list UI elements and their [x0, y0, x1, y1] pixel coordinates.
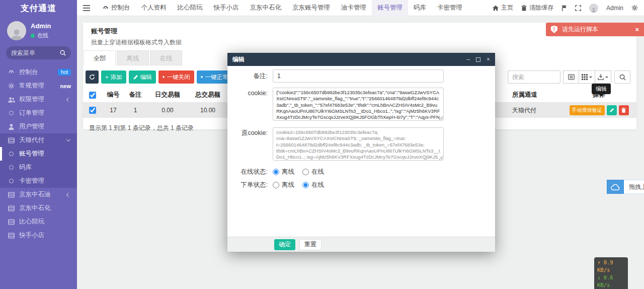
sidebar-item-general[interactable]: 常规管理 new — [0, 79, 77, 93]
nav-item-kuaishou[interactable]: 快手小店 — [208, 0, 245, 16]
sidebar-item-kuaishou[interactable]: 快手小店 — [0, 229, 77, 242]
table-icon — [8, 205, 15, 211]
sidebar-item-label: 控制台 — [19, 68, 38, 77]
topbar-username[interactable]: Admin — [606, 5, 623, 12]
reset-button[interactable]: 重置 — [299, 239, 321, 250]
hamburger-menu-icon[interactable] — [83, 5, 90, 11]
column-header-total[interactable]: 总交易额 — [188, 91, 228, 99]
nav-item-label: 卡密管理 — [437, 4, 462, 12]
column-header-id[interactable]: 编号 — [103, 91, 123, 99]
maximize-icon[interactable] — [476, 57, 480, 62]
row-delete-button[interactable] — [619, 105, 629, 115]
radio-online[interactable] — [302, 169, 309, 175]
sidebar-item-cardkey[interactable]: 卡密管理 — [0, 174, 77, 188]
edit-button[interactable]: 编辑 — [129, 70, 156, 84]
online-status-offline-option[interactable]: 离线 — [273, 168, 294, 176]
manual-slider-verify-button[interactable]: 手动滑块验证 — [570, 105, 605, 115]
sidebar-item-permission[interactable]: 权限管理 — [0, 93, 77, 106]
top-nav: 控制台 个人资料 比心陪玩 快手小店 京东中石化 京东账号管理 油卡管理 账号管… — [97, 0, 468, 16]
column-header-daily[interactable]: 日交易额 — [147, 91, 188, 99]
chevron-left-icon — [66, 97, 70, 101]
sidebar-item-tmall-pay[interactable]: 天猫代付 — [0, 133, 77, 147]
select-all-checkbox[interactable] — [89, 92, 96, 99]
table-search-input[interactable] — [508, 70, 560, 84]
search-button[interactable] — [614, 70, 630, 84]
pagination-toggle-button[interactable] — [563, 70, 579, 84]
table-icon — [8, 137, 15, 143]
nav-item-fuelcard[interactable]: 油卡管理 — [336, 0, 372, 16]
sidebar-item-codebank[interactable]: 码库 — [0, 161, 77, 174]
nav-item-codebank[interactable]: 码库 — [408, 0, 432, 16]
circle-icon — [8, 179, 15, 183]
column-header-note[interactable]: 备注 — [123, 91, 147, 99]
radio-offline[interactable] — [273, 182, 279, 188]
nav-item-bixin[interactable]: 比心陪玩 — [172, 0, 208, 16]
sidebar-search[interactable] — [6, 46, 71, 59]
dot-icon: ● — [163, 75, 165, 79]
cell-channel: 天猫代付 — [512, 106, 568, 115]
cookie-textarea[interactable]: {"cookie2":"156c6507db992be3f123035c3efe… — [273, 88, 444, 121]
online-status-online-option[interactable]: 在线 — [302, 168, 324, 176]
up-arrow-icon: ↑ — [597, 259, 600, 265]
cogs-icon — [8, 83, 15, 89]
sidebar-item-label: 卡密管理 — [19, 177, 44, 185]
sidebar-item-user[interactable]: 用户管理 — [0, 120, 77, 133]
tab-offline[interactable]: 离线 — [117, 50, 149, 65]
raw-cookie-field-row: 原cookie: cookie2=156c6507db992be3f123035… — [227, 127, 495, 162]
note-input[interactable] — [273, 69, 444, 83]
export-button[interactable] — [595, 70, 611, 84]
fullscreen-icon[interactable] — [575, 5, 581, 11]
radio-online[interactable] — [302, 182, 309, 188]
nav-item-console[interactable]: 控制台 — [97, 0, 136, 16]
avatar[interactable] — [589, 4, 598, 13]
circle-icon — [8, 165, 15, 170]
order-status-online-option[interactable]: 在线 — [302, 181, 324, 189]
order-status-offline-option[interactable]: 离线 — [273, 181, 294, 189]
sidebar-item-jd-sinopec-oil[interactable]: 京东中石油 — [0, 188, 77, 201]
chevron-down-icon — [605, 77, 608, 80]
sidebar-item-label: 京东中石油 — [19, 190, 51, 199]
normal-all-button[interactable]: ●一键正常 — [197, 70, 232, 84]
minimize-icon[interactable]: – — [466, 56, 470, 62]
nav-item-label: 比心陪玩 — [178, 4, 203, 12]
modal-header[interactable]: 编辑 – × — [227, 53, 495, 66]
drag-upload-widget[interactable]: 拖拽上传 — [607, 180, 644, 194]
raw-cookie-textarea[interactable]: cookie2=156c6507db992be3f123035c3efeac7a… — [273, 127, 444, 161]
nav-item-jd-sinopec[interactable]: 京东中石化 — [245, 0, 287, 16]
nav-item-cardkey[interactable]: 卡密管理 — [432, 0, 468, 16]
clear-cache-link[interactable]: 清除缓存 — [521, 4, 553, 12]
chevron-down-icon — [66, 137, 70, 141]
tab-all[interactable]: 全部 — [84, 50, 116, 65]
grid-icon — [582, 74, 588, 80]
tab-online[interactable]: 在线 — [150, 50, 182, 65]
close-icon[interactable]: × — [635, 26, 639, 33]
add-button[interactable]: +添加 — [101, 70, 126, 84]
nav-item-label: 码库 — [414, 4, 426, 12]
sidebar-item-jd-sinopec[interactable]: 京东中石化 — [0, 201, 77, 215]
gear-icon[interactable] — [631, 5, 638, 11]
sidebar-item-account[interactable]: 账号管理 — [0, 147, 77, 161]
nav-item-profile[interactable]: 个人资料 — [136, 0, 172, 16]
sidebar-item-console[interactable]: 控制台 hot — [0, 65, 77, 79]
radio-offline[interactable] — [273, 169, 279, 175]
nav-item-label: 控制台 — [111, 4, 130, 12]
profile-status: 在线 — [31, 32, 51, 39]
window-controls: – × — [466, 56, 490, 62]
sidebar-search-input[interactable] — [11, 49, 60, 56]
column-header-channel[interactable]: 所属通道 — [512, 91, 568, 99]
sidebar-item-bixin[interactable]: 比心陪玩 — [0, 215, 77, 229]
sidebar-item-order[interactable]: 订单管理 — [0, 106, 77, 120]
download-speed: ↓ 0.6 KB/s — [597, 274, 625, 289]
nav-item-account[interactable]: 账号管理 — [372, 0, 408, 16]
refresh-button[interactable] — [86, 70, 99, 84]
home-link[interactable]: 主页 — [493, 4, 513, 12]
close-all-button[interactable]: ●一键关闭 — [158, 70, 194, 84]
close-icon[interactable]: × — [487, 56, 490, 62]
flag-icon[interactable] — [561, 5, 567, 11]
nav-item-jd-account[interactable]: 京东账号管理 — [287, 0, 336, 16]
confirm-button[interactable]: 确定 — [274, 239, 295, 250]
row-edit-button[interactable] — [607, 105, 617, 115]
row-checkbox[interactable] — [89, 107, 96, 114]
columns-button[interactable] — [579, 70, 595, 84]
nav-item-label: 快手小店 — [214, 4, 239, 12]
